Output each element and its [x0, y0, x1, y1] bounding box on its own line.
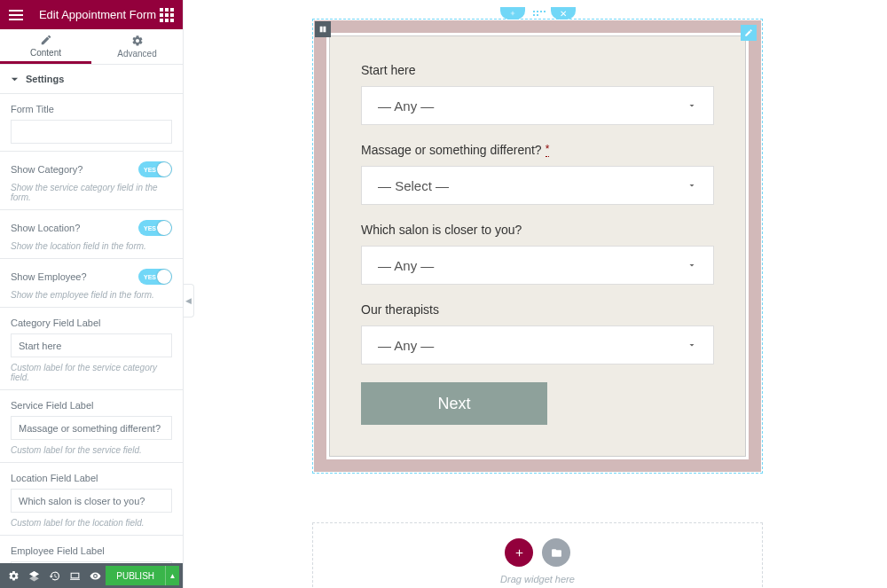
field-service: Massage or something different? * — Sele… [361, 143, 714, 205]
panel-footer: PUBLISH ▲ [0, 563, 183, 588]
label-form-title: Form Title [11, 104, 172, 114]
label-location-field: Location Field Label [11, 473, 172, 483]
panel-tabs: Content Advanced [0, 29, 183, 65]
input-service-label[interactable] [11, 416, 172, 440]
select-location[interactable]: — Any — [361, 246, 714, 285]
hint-location-label: Custom label for the location field. [11, 518, 172, 528]
label-category-field: Category Field Label [11, 318, 172, 328]
hint-show-location: Show the location field in the form. [11, 241, 172, 251]
publish-options-button[interactable]: ▲ [165, 566, 179, 585]
hint-category-label: Custom label for the service category fi… [11, 363, 172, 382]
label-show-category: Show Category? [11, 164, 82, 175]
hint-show-category: Show the service category field in the f… [11, 183, 172, 202]
label-show-employee: Show Employee? [11, 271, 87, 282]
label-employee-field: Employee Field Label [11, 545, 172, 556]
widget-container: Start here — Any — Massage or something … [312, 19, 763, 474]
history-icon[interactable] [44, 563, 65, 588]
required-indicator: * [546, 143, 550, 157]
label-show-location: Show Location? [11, 223, 80, 233]
input-category-label[interactable] [11, 333, 172, 357]
preview-icon[interactable] [85, 563, 106, 588]
panel-title: Edit Appointment Form [35, 8, 160, 21]
control-employee-label: Employee Field Label Custom label for th… [0, 535, 183, 563]
next-button[interactable]: Next [361, 382, 547, 425]
select-employee[interactable]: — Any — [361, 325, 714, 365]
responsive-icon[interactable] [65, 563, 85, 588]
field-employee: Our therapists — Any — [361, 302, 714, 365]
field-label: Which salon is closer to you? [361, 223, 714, 237]
input-form-title[interactable] [11, 120, 172, 144]
toggle-show-location[interactable]: YES [138, 220, 172, 236]
select-start-here[interactable]: — Any — [361, 86, 714, 125]
drag-handle-icon[interactable] [528, 8, 551, 19]
field-label: Massage or something different? * [361, 143, 714, 157]
control-location-label: Location Field Label Custom label for th… [0, 462, 183, 535]
select-service[interactable]: — Select — [361, 166, 714, 205]
edit-widget-icon[interactable] [741, 25, 757, 41]
drop-zone-text: Drag widget here [500, 574, 575, 584]
toggle-show-category[interactable]: YES [138, 161, 172, 177]
add-section-icon[interactable] [500, 7, 525, 20]
section-settings[interactable]: Settings [0, 65, 183, 93]
collapse-panel-icon[interactable]: ◀ [184, 284, 194, 318]
form-inner-frame: Start here — Any — Massage or something … [329, 35, 746, 457]
column-icon[interactable] [315, 21, 331, 37]
toggle-show-employee[interactable]: YES [138, 269, 172, 285]
drop-zone[interactable]: Drag widget here [312, 522, 763, 588]
panel-body: Settings Form Title Show Category? YES S… [0, 65, 183, 563]
tab-advanced[interactable]: Advanced [91, 29, 183, 64]
control-service-label: Service Field Label Custom label for the… [0, 389, 183, 462]
chevron-down-icon [687, 338, 697, 353]
control-category-label: Category Field Label Custom label for th… [0, 307, 183, 389]
control-show-employee: Show Employee? YES Show the employee fie… [0, 258, 183, 307]
chevron-down-icon [687, 258, 697, 273]
field-start-here: Start here — Any — [361, 63, 714, 125]
menu-icon[interactable] [9, 7, 23, 23]
control-show-category: Show Category? YES Show the service cate… [0, 151, 183, 209]
tab-content[interactable]: Content [0, 29, 91, 64]
widgets-icon[interactable] [160, 8, 174, 22]
hint-service-label: Custom label for the service field. [11, 445, 172, 455]
panel-header: Edit Appointment Form [0, 0, 183, 29]
input-location-label[interactable] [11, 489, 172, 513]
field-location: Which salon is closer to you? — Any — [361, 223, 714, 285]
chevron-down-icon [687, 178, 697, 193]
chevron-down-icon [687, 98, 697, 114]
form-outer-frame: Start here — Any — Massage or something … [314, 20, 761, 472]
control-form-title: Form Title [0, 93, 183, 151]
canvas: ◀ ✕ Start here — Any — Massage or someth… [184, 0, 887, 588]
template-icon[interactable] [542, 538, 570, 567]
settings-icon[interactable] [4, 563, 24, 588]
publish-button[interactable]: PUBLISH [106, 566, 165, 585]
navigator-icon[interactable] [24, 563, 44, 588]
field-label: Our therapists [361, 302, 714, 317]
label-service-field: Service Field Label [11, 400, 172, 411]
editor-panel: Edit Appointment Form Content Advanced S… [0, 0, 184, 588]
add-widget-icon[interactable] [505, 538, 533, 567]
close-section-icon[interactable]: ✕ [551, 7, 576, 20]
section-controls: ✕ [312, 8, 763, 19]
hint-show-employee: Show the employee field in the form. [11, 290, 172, 300]
control-show-location: Show Location? YES Show the location fie… [0, 209, 183, 258]
field-label: Start here [361, 63, 714, 77]
